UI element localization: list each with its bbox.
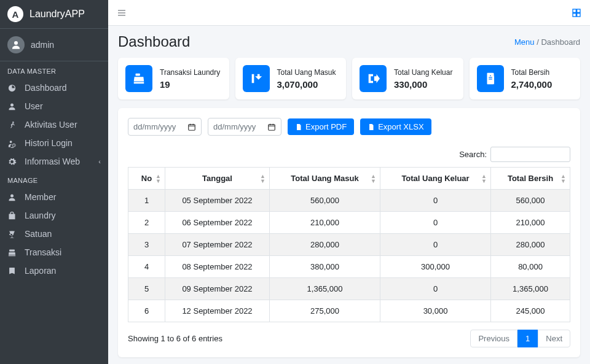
register-icon — [7, 248, 20, 257]
menu-toggle-icon[interactable] — [117, 8, 127, 18]
sidebar-item-label: Aktivitas User — [25, 120, 77, 130]
cell-keluar: 0 — [380, 190, 491, 212]
sidebar-item-label: Satuan — [25, 229, 52, 239]
card-value: 3,070,000 — [277, 79, 336, 90]
svg-point-3 — [10, 141, 12, 143]
cell-keluar: 0 — [380, 234, 491, 256]
cell-bersih: 560,000 — [491, 190, 570, 212]
cell-bersih: 210,000 — [491, 212, 570, 234]
arrow-in-icon — [243, 65, 270, 92]
cell-tanggal: 09 September 2022 — [165, 278, 270, 300]
user-clock-icon — [7, 139, 20, 148]
sidebar-item-dashboard[interactable]: Dashboard — [0, 79, 108, 97]
svg-point-2 — [12, 121, 14, 123]
data-panel: dd/mm/yyyy dd/mm/yyyy — [118, 108, 580, 357]
th-no[interactable]: No▲▼ — [128, 168, 165, 190]
gauge-icon — [7, 83, 20, 93]
sidebar-item-laporan[interactable]: Laporan — [0, 261, 108, 280]
date-from-input[interactable]: dd/mm/yyyy — [128, 118, 202, 136]
user-icon — [7, 193, 20, 202]
card-value: 2,740,000 — [511, 79, 553, 90]
sidebar-item-label: User — [25, 101, 43, 111]
card-label: Total Uang Masuk — [277, 68, 336, 77]
brand-text: LaundryAPP — [30, 9, 85, 20]
card-transaksi: Transaksi Laundry 19 — [118, 58, 229, 99]
grid-icon[interactable] — [572, 8, 581, 18]
sort-icon: ▲▼ — [260, 174, 266, 184]
sidebar-item-label: Member — [25, 192, 56, 202]
brand-logo-icon: A — [7, 6, 23, 22]
cell-masuk: 210,000 — [270, 212, 380, 234]
cell-keluar: 0 — [380, 278, 491, 300]
table-row: 206 September 2022210,0000210,000 — [128, 212, 570, 234]
sidebar-item-aktivitas[interactable]: Aktivitas User — [0, 115, 108, 134]
th-tanggal[interactable]: Tanggal▲▼ — [165, 168, 270, 190]
sort-icon: ▲▼ — [155, 174, 161, 184]
cell-tanggal: 05 September 2022 — [165, 190, 270, 212]
export-pdf-button[interactable]: Export PDF — [288, 118, 354, 135]
sidebar-item-informasi[interactable]: Informasi Web ‹ — [0, 152, 108, 171]
breadcrumb: Menu / Dashboard — [514, 37, 580, 47]
card-bersih: Total Bersih 2,740,000 — [470, 58, 581, 99]
topbar — [108, 0, 590, 26]
page-1-button[interactable]: 1 — [517, 330, 538, 347]
user-panel[interactable]: admin — [0, 29, 108, 61]
cell-bersih: 245,000 — [491, 300, 570, 322]
svg-rect-14 — [269, 124, 275, 130]
cell-bersih: 1,365,000 — [491, 278, 570, 300]
card-label: Transaksi Laundry — [160, 68, 220, 77]
th-masuk[interactable]: Total Uang Masuk▲▼ — [270, 168, 380, 190]
sort-icon: ▲▼ — [481, 174, 487, 184]
arrow-out-icon — [360, 65, 387, 92]
card-value: 19 — [160, 79, 220, 90]
breadcrumb-root[interactable]: Menu — [514, 37, 535, 47]
cell-no: 3 — [128, 234, 165, 256]
th-keluar[interactable]: Total Uang Keluar▲▼ — [380, 168, 491, 190]
svg-rect-7 — [573, 9, 576, 12]
table-row: 408 September 2022380,000300,00080,000 — [128, 256, 570, 278]
export-xlsx-button[interactable]: Export XLSX — [360, 118, 431, 135]
cell-no: 4 — [128, 256, 165, 278]
nav-header-manage: MANAGE — [0, 171, 108, 188]
svg-rect-13 — [189, 124, 195, 130]
calendar-icon — [187, 123, 196, 131]
cell-no: 5 — [128, 278, 165, 300]
date-to-input[interactable]: dd/mm/yyyy — [208, 118, 281, 136]
chevron-left-icon: ‹ — [98, 158, 101, 165]
cell-keluar: 0 — [380, 212, 491, 234]
svg-point-5 — [10, 194, 14, 197]
gear-icon — [7, 157, 20, 166]
brand[interactable]: A LaundryAPP — [0, 0, 108, 29]
sidebar-item-member[interactable]: Member — [0, 188, 108, 206]
user-name: admin — [31, 40, 54, 50]
calendar-icon — [267, 123, 276, 131]
cell-keluar: 30,000 — [380, 300, 491, 322]
scale-icon — [7, 230, 20, 239]
sort-icon: ▲▼ — [560, 174, 566, 184]
cash-register-icon — [125, 65, 152, 92]
prev-button[interactable]: Previous — [470, 330, 517, 347]
svg-point-1 — [10, 103, 14, 106]
sidebar-item-label: Dashboard — [25, 83, 67, 93]
svg-rect-10 — [577, 13, 580, 16]
file-icon — [368, 123, 375, 131]
svg-rect-11 — [136, 74, 140, 76]
sidebar-item-label: Transaksi — [25, 247, 61, 257]
table-row: 612 September 2022275,00030,000245,000 — [128, 300, 570, 322]
th-bersih[interactable]: Total Bersih▲▼ — [491, 168, 570, 190]
cell-tanggal: 12 September 2022 — [165, 300, 270, 322]
cell-masuk: 560,000 — [270, 190, 380, 212]
cell-no: 6 — [128, 300, 165, 322]
sidebar-item-laundry[interactable]: Laundry — [0, 206, 108, 225]
sidebar-item-satuan[interactable]: Satuan — [0, 225, 108, 243]
card-keluar: Total Uang Keluar 330,000 — [352, 58, 463, 99]
sidebar-item-transaksi[interactable]: Transaksi — [0, 243, 108, 261]
book-icon — [7, 266, 20, 276]
panel-toolbar: dd/mm/yyyy dd/mm/yyyy — [128, 118, 570, 136]
svg-rect-6 — [9, 249, 15, 251]
sidebar-item-histori[interactable]: Histori Login — [0, 134, 108, 152]
next-button[interactable]: Next — [538, 330, 570, 347]
page-header: Dashboard Menu / Dashboard — [118, 33, 580, 50]
sidebar-item-user[interactable]: User — [0, 97, 108, 115]
search-input[interactable] — [490, 147, 570, 162]
